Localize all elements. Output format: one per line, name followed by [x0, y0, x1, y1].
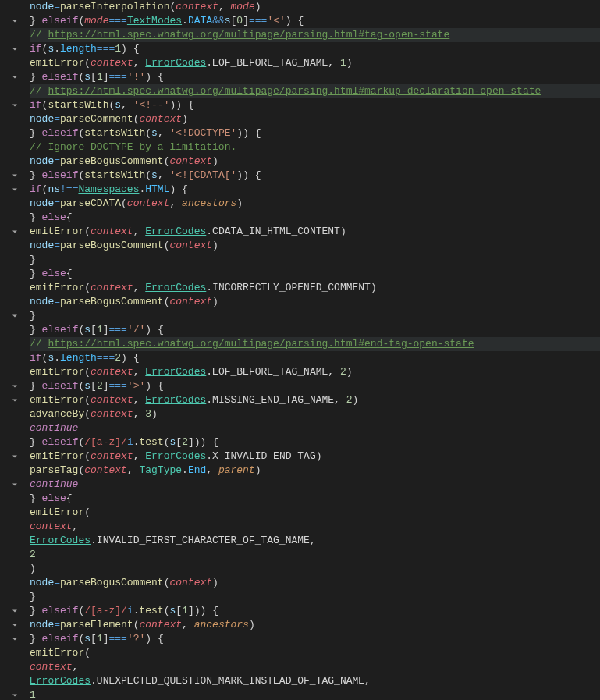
chevron-down-icon[interactable]: [10, 606, 20, 616]
code-line[interactable]: emitError(context, ErrorCodes.EOF_BEFORE…: [30, 365, 600, 379]
fold-toggle[interactable]: [0, 688, 30, 700]
fold-toggle: [0, 56, 30, 70]
code-line[interactable]: emitError(context, ErrorCodes.EOF_BEFORE…: [30, 56, 600, 70]
code-line[interactable]: }: [30, 309, 600, 323]
fold-toggle: [0, 534, 30, 548]
fold-toggle[interactable]: [0, 393, 30, 407]
code-line[interactable]: if (s.length === 2) {: [30, 351, 600, 365]
fold-toggle: [0, 0, 30, 14]
fold-toggle[interactable]: [0, 618, 30, 632]
code-line[interactable]: if (startsWith(s, '<!--')) {: [30, 98, 600, 112]
fold-toggle[interactable]: [0, 309, 30, 323]
fold-toggle: [0, 660, 30, 674]
code-line[interactable]: } else {: [30, 492, 600, 506]
fold-toggle: [0, 506, 30, 520]
code-line[interactable]: // Ignore DOCTYPE by a limitation.: [30, 140, 600, 155]
code-line[interactable]: node = parseBogusComment(context): [30, 155, 600, 169]
chevron-down-icon[interactable]: [10, 44, 20, 54]
code-line[interactable]: }: [30, 590, 600, 604]
fold-toggle: [0, 421, 30, 435]
code-line[interactable]: } else if (s[2] === '>') {: [30, 379, 600, 393]
code-line[interactable]: // https://html.spec.whatwg.org/multipag…: [30, 84, 600, 98]
fold-toggle[interactable]: [0, 225, 30, 239]
fold-toggle: [0, 253, 30, 267]
code-line[interactable]: ErrorCodes.INVALID_FIRST_CHARACTER_OF_TA…: [30, 534, 600, 548]
code-line[interactable]: ): [30, 562, 600, 576]
chevron-down-icon[interactable]: [10, 73, 20, 82]
code-line[interactable]: emitError(context, ErrorCodes.X_INVALID_…: [30, 449, 600, 464]
fold-toggle[interactable]: [0, 632, 30, 646]
fold-toggle[interactable]: [0, 70, 30, 84]
chevron-down-icon[interactable]: [10, 691, 20, 700]
chevron-down-icon[interactable]: [10, 620, 20, 630]
code-line[interactable]: } else if (s[1] === '/') {: [30, 323, 600, 337]
fold-toggle: [0, 84, 30, 98]
fold-toggle[interactable]: [0, 42, 30, 56]
chevron-down-icon[interactable]: [10, 382, 20, 391]
code-line[interactable]: emitError(: [30, 646, 600, 660]
code-line[interactable]: emitError(context, ErrorCodes.MISSING_EN…: [30, 393, 600, 407]
code-line[interactable]: 1: [30, 688, 600, 700]
fold-toggle[interactable]: [0, 449, 30, 464]
code-line[interactable]: node = parseElement(context, ancestors): [30, 618, 600, 632]
spec-link-tag-open[interactable]: https://html.spec.whatwg.org/multipage/p…: [48, 28, 449, 42]
chevron-down-icon[interactable]: [10, 480, 20, 489]
code-line[interactable]: node = parseBogusComment(context): [30, 239, 600, 253]
fold-toggle: [0, 492, 30, 506]
fold-toggle[interactable]: [0, 14, 30, 28]
code-line[interactable]: node = parseInterpolation(context, mode): [30, 0, 600, 14]
code-line[interactable]: // https://html.spec.whatwg.org/multipag…: [30, 28, 600, 42]
chevron-down-icon[interactable]: [10, 227, 20, 236]
code-line[interactable]: emitError(: [30, 506, 600, 520]
fold-toggle[interactable]: [0, 604, 30, 618]
code-line[interactable]: emitError(context, ErrorCodes.CDATA_IN_H…: [30, 225, 600, 239]
fold-toggle[interactable]: [0, 379, 30, 393]
chevron-down-icon[interactable]: [10, 396, 20, 405]
fold-toggle[interactable]: [0, 169, 30, 183]
code-line[interactable]: emitError(context, ErrorCodes.INCORRECTL…: [30, 281, 600, 295]
code-line[interactable]: } else {: [30, 267, 600, 281]
spec-link-end-tag[interactable]: https://html.spec.whatwg.org/multipage/p…: [48, 337, 474, 351]
code-line[interactable]: } else if (/[a-z]/i.test(s[2])) {: [30, 435, 600, 449]
code-line[interactable]: } else if (mode === TextModes.DATA && s[…: [30, 14, 600, 28]
code-line[interactable]: if (s.length === 1) {: [30, 42, 600, 56]
code-line[interactable]: } else if (startsWith(s, '<!DOCTYPE')) {: [30, 126, 600, 140]
chevron-down-icon[interactable]: [10, 185, 20, 194]
fold-toggle[interactable]: [0, 183, 30, 197]
code-line[interactable]: continue: [30, 421, 600, 435]
code-line[interactable]: }: [30, 253, 600, 267]
chevron-down-icon[interactable]: [10, 101, 20, 110]
fold-toggle: [0, 337, 30, 351]
fold-toggle: [0, 155, 30, 169]
fold-toggle: [0, 674, 30, 688]
code-line[interactable]: node = parseBogusComment(context): [30, 295, 600, 309]
code-area[interactable]: node = parseInterpolation(context, mode)…: [30, 0, 600, 700]
code-line[interactable]: node = parseComment(context): [30, 112, 600, 126]
code-line[interactable]: context,: [30, 520, 600, 534]
chevron-down-icon[interactable]: [10, 452, 20, 461]
fold-toggle[interactable]: [0, 98, 30, 112]
code-line[interactable]: context,: [30, 660, 600, 674]
chevron-down-icon[interactable]: [10, 171, 20, 180]
code-line[interactable]: if (ns !== Namespaces.HTML) {: [30, 183, 600, 197]
code-line[interactable]: parseTag(context, TagType.End, parent): [30, 464, 600, 478]
fold-toggle: [0, 576, 30, 590]
code-line[interactable]: } else if (/[a-z]/i.test(s[1])) {: [30, 604, 600, 618]
code-line[interactable]: advanceBy(context, 3): [30, 407, 600, 421]
fold-toggle[interactable]: [0, 478, 30, 492]
code-line[interactable]: node = parseBogusComment(context): [30, 576, 600, 590]
code-line[interactable]: } else if (startsWith(s, '<![CDATA[')) {: [30, 169, 600, 183]
chevron-down-icon[interactable]: [10, 634, 20, 644]
spec-link-markup-decl[interactable]: https://html.spec.whatwg.org/multipage/p…: [48, 84, 541, 98]
code-line[interactable]: } else if (s[1] === '!') {: [30, 70, 600, 84]
chevron-down-icon[interactable]: [10, 16, 20, 26]
chevron-down-icon[interactable]: [10, 311, 20, 321]
code-line[interactable]: } else if (s[1] === '?') {: [30, 632, 600, 646]
code-line[interactable]: } else {: [30, 211, 600, 225]
code-line[interactable]: // https://html.spec.whatwg.org/multipag…: [30, 337, 600, 351]
code-line[interactable]: ErrorCodes.UNEXPECTED_QUESTION_MARK_INST…: [30, 674, 600, 688]
code-line[interactable]: node = parseCDATA(context, ancestors): [30, 197, 600, 211]
code-line[interactable]: 2: [30, 548, 600, 562]
fold-toggle: [0, 140, 30, 155]
code-line[interactable]: continue: [30, 478, 600, 492]
